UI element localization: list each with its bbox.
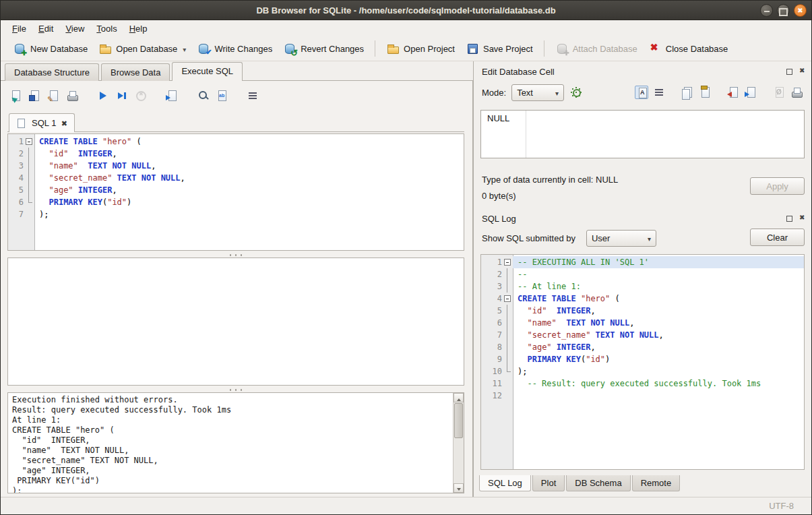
toolbar-separator xyxy=(375,40,375,57)
menu-help[interactable]: Help xyxy=(123,22,154,36)
cell-size-info: 0 byte(s) xyxy=(482,191,516,201)
execution-log[interactable]: Execution finished without errors.Result… xyxy=(7,392,464,493)
scrollbar-thumb[interactable] xyxy=(454,403,463,438)
export-icon[interactable] xyxy=(744,86,757,99)
splitter-handle[interactable] xyxy=(7,387,464,392)
close-database-button[interactable]: Close Database xyxy=(643,38,734,59)
menu-tools[interactable]: Tools xyxy=(90,22,123,36)
open-database-button[interactable]: Open Database xyxy=(93,38,191,59)
fold-guide xyxy=(502,268,513,280)
close-window-icon[interactable] xyxy=(794,4,807,17)
copy-icon[interactable] xyxy=(681,86,694,99)
button-label: Revert Changes xyxy=(301,44,364,54)
edit-cell-toolbar: Mode: Text xyxy=(482,83,803,102)
scroll-down-icon[interactable] xyxy=(454,483,464,493)
code-line: 2 "id" INTEGER, xyxy=(8,148,464,160)
fold-marker-icon[interactable] xyxy=(502,293,513,305)
code-line: 6 "name" TEXT NOT NULL, xyxy=(481,317,804,329)
open-sql-file-icon[interactable] xyxy=(9,89,22,102)
submitter-select[interactable]: User xyxy=(586,230,656,247)
paste-icon[interactable] xyxy=(698,86,712,99)
tab-sql-1[interactable]: SQL 1 xyxy=(9,113,75,132)
maximize-icon[interactable] xyxy=(777,4,790,17)
fold-guide xyxy=(502,353,513,365)
attach-database-button: Attach Database xyxy=(550,38,643,59)
fold-marker-icon[interactable] xyxy=(502,256,513,268)
cell-editor[interactable]: NULL xyxy=(480,110,805,158)
scrollbar[interactable] xyxy=(453,393,464,493)
button-label: New Database xyxy=(30,44,88,54)
menu-edit[interactable]: Edit xyxy=(32,22,59,36)
tab-remote[interactable]: Remote xyxy=(632,475,681,491)
tab-db-schema[interactable]: DB Schema xyxy=(566,475,630,491)
fold-guide xyxy=(24,208,34,220)
scroll-up-icon[interactable] xyxy=(454,393,464,402)
encoding-label: UTF-8 xyxy=(769,501,794,511)
code-line: 8 "age" INTEGER, xyxy=(481,341,804,353)
close-dock-icon[interactable] xyxy=(798,214,807,223)
fold-guide xyxy=(24,172,34,184)
print-icon[interactable] xyxy=(790,86,803,99)
tab-plot[interactable]: Plot xyxy=(532,475,565,491)
results-grid[interactable] xyxy=(7,258,464,386)
word-wrap-icon[interactable] xyxy=(246,89,259,102)
fold-guide xyxy=(24,184,34,196)
find-icon[interactable] xyxy=(196,89,210,102)
fold-guide xyxy=(502,365,513,377)
tab-database-structure[interactable]: Database Structure xyxy=(5,63,99,81)
menu-file[interactable]: File xyxy=(6,22,32,36)
word-wrap-icon[interactable] xyxy=(652,86,666,99)
cell-value: NULL xyxy=(487,113,509,123)
sql-log-view[interactable]: 1-- EXECUTING ALL IN 'SQL 1'2--3-- At li… xyxy=(480,254,805,470)
splitter-handle[interactable] xyxy=(7,252,464,258)
revert-changes-button[interactable]: Revert Changes xyxy=(278,38,369,59)
tab-browse-data[interactable]: Browse Data xyxy=(101,63,170,81)
toolbar-separator xyxy=(544,40,544,57)
filter-label: Show SQL submitted by xyxy=(482,233,575,243)
execute-all-icon[interactable] xyxy=(96,89,110,102)
sql-toolbar xyxy=(9,89,259,102)
fold-guide xyxy=(24,148,34,160)
fold-guide xyxy=(502,305,513,317)
sql-editor[interactable]: 1CREATE TABLE "hero" (2 "id" INTEGER,3 "… xyxy=(7,133,464,251)
execute-line-icon[interactable] xyxy=(115,89,129,102)
save-sql-as-icon[interactable] xyxy=(46,89,60,102)
save-project-button[interactable]: Save Project xyxy=(460,38,538,59)
code-line: 3 "name" TEXT NOT NULL, xyxy=(8,160,464,172)
app-window: DB Browser for SQLite - /home/user/code/… xyxy=(0,0,812,515)
menubar: FileEditViewToolsHelp xyxy=(1,20,811,36)
float-dock-icon[interactable] xyxy=(784,67,794,76)
clear-button[interactable]: Clear xyxy=(750,229,805,246)
float-dock-icon[interactable] xyxy=(784,214,794,223)
text-view-icon[interactable] xyxy=(635,86,648,99)
minimize-icon[interactable] xyxy=(760,4,773,17)
replace-icon[interactable] xyxy=(215,89,228,102)
statusbar: UTF-8 xyxy=(1,497,811,514)
write-changes-button[interactable]: Write Changes xyxy=(191,38,278,59)
code-line: 5 "id" INTEGER, xyxy=(481,305,804,317)
export-icon[interactable] xyxy=(165,89,179,102)
button-label: Close Database xyxy=(666,44,728,54)
new-database-button[interactable]: New Database xyxy=(7,38,93,59)
sql-log-title: SQL Log xyxy=(482,214,516,224)
gear-icon[interactable] xyxy=(569,86,583,99)
button-label: Save Project xyxy=(483,44,533,54)
fold-marker-icon[interactable] xyxy=(24,135,34,148)
dropdown-arrow-icon[interactable] xyxy=(183,44,186,54)
close-dock-icon[interactable] xyxy=(798,67,807,76)
tab-execute-sql[interactable]: Execute SQL xyxy=(172,62,243,81)
close-tab-icon[interactable] xyxy=(59,118,69,128)
titlebar[interactable]: DB Browser for SQLite - /home/user/code/… xyxy=(1,1,811,20)
fold-guide xyxy=(502,317,513,329)
print-icon[interactable] xyxy=(65,89,79,102)
save-sql-file-icon[interactable] xyxy=(28,89,41,102)
cell-type-info: Type of data currently in cell: NULL xyxy=(482,175,618,185)
code-line: 7 "secret_name" TEXT NOT NULL, xyxy=(481,329,804,341)
mode-select[interactable]: Text xyxy=(511,84,564,101)
attach-database-icon xyxy=(555,42,569,55)
open-project-button[interactable]: Open Project xyxy=(381,38,460,59)
import-icon[interactable] xyxy=(726,86,740,99)
menu-view[interactable]: View xyxy=(59,22,90,36)
code-line: 7); xyxy=(8,208,464,220)
tab-sql-log[interactable]: SQL Log xyxy=(479,475,531,491)
